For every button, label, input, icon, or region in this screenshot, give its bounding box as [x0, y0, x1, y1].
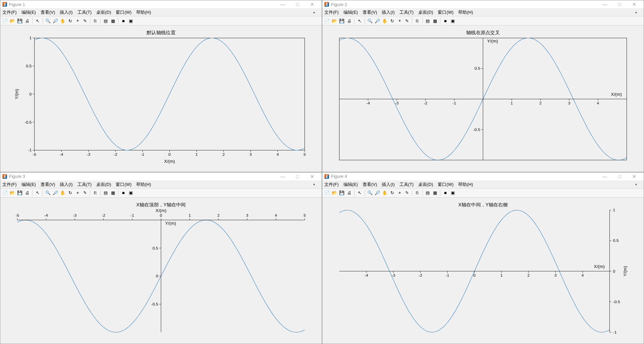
- close-button[interactable]: ✕: [627, 174, 642, 179]
- data-cursor-icon[interactable]: ⌖: [74, 190, 81, 196]
- menu-item[interactable]: 查看(V): [41, 182, 55, 188]
- titlebar[interactable]: Figure 2—□✕: [322, 0, 644, 9]
- open-icon[interactable]: 📂: [331, 17, 338, 24]
- new-icon[interactable]: 📄: [2, 17, 8, 24]
- min-button[interactable]: —: [275, 2, 290, 7]
- figure-canvas[interactable]: 默认轴线位置-5-4-3-2-1012345X/(m)-1-0.500.51Y/…: [0, 25, 322, 172]
- menu-item[interactable]: 工具(T): [399, 182, 414, 188]
- toolbar-dropdown-icon[interactable]: ▾: [313, 11, 315, 14]
- new-icon[interactable]: 📄: [2, 190, 8, 196]
- rotate-icon[interactable]: ↻: [389, 190, 395, 196]
- rotate-icon[interactable]: ↻: [389, 17, 395, 24]
- save-icon[interactable]: 💾: [338, 17, 345, 24]
- insert-colorbar-icon[interactable]: ▤: [102, 190, 109, 196]
- close-button[interactable]: ✕: [305, 2, 320, 7]
- data-cursor-icon[interactable]: ⌖: [74, 17, 81, 24]
- max-button[interactable]: □: [290, 174, 305, 179]
- open-icon[interactable]: 📂: [9, 190, 16, 196]
- zoom-in-icon[interactable]: 🔍: [367, 17, 373, 24]
- menu-item[interactable]: 桌面(D): [418, 182, 433, 188]
- pan-icon[interactable]: ✋: [381, 17, 388, 24]
- hide-tools-icon[interactable]: ■: [120, 17, 127, 24]
- menu-item[interactable]: 查看(V): [363, 182, 377, 188]
- print-icon[interactable]: 🖨: [24, 190, 31, 196]
- insert-colorbar-icon[interactable]: ▤: [424, 17, 431, 24]
- menu-item[interactable]: 帮助(H): [458, 182, 473, 188]
- zoom-out-icon[interactable]: 🔎: [374, 190, 381, 196]
- max-button[interactable]: □: [612, 2, 627, 7]
- open-icon[interactable]: 📂: [9, 17, 16, 24]
- toolbar-dropdown-icon[interactable]: ▾: [635, 11, 637, 14]
- hide-tools-icon[interactable]: ■: [120, 190, 127, 196]
- hide-tools-icon[interactable]: ■: [442, 190, 449, 196]
- menu-item[interactable]: 窗口(W): [116, 182, 131, 188]
- insert-colorbar-icon[interactable]: ▤: [424, 190, 431, 196]
- menu-item[interactable]: 编辑(E): [21, 182, 36, 188]
- titlebar[interactable]: Figure 4—□✕: [322, 173, 644, 181]
- menu-item[interactable]: 桌面(D): [418, 9, 433, 15]
- pointer-icon[interactable]: ↖: [356, 190, 363, 196]
- max-button[interactable]: □: [290, 2, 305, 7]
- insert-legend-icon[interactable]: ▦: [432, 190, 438, 196]
- menu-item[interactable]: 插入(I): [60, 182, 72, 188]
- figure-canvas[interactable]: X轴在中间，Y轴在右侧-4-3-2-101234X/(m)-1-0.500.51…: [322, 198, 644, 344]
- menu-item[interactable]: 插入(I): [60, 9, 72, 15]
- brush-icon[interactable]: ✎: [404, 17, 410, 24]
- menu-item[interactable]: 帮助(H): [458, 9, 473, 15]
- menu-item[interactable]: 工具(T): [399, 9, 414, 15]
- pan-icon[interactable]: ✋: [59, 17, 66, 24]
- dock-icon[interactable]: ▣: [127, 17, 134, 24]
- menu-item[interactable]: 窗口(W): [438, 9, 453, 15]
- save-icon[interactable]: 💾: [338, 190, 345, 196]
- dock-icon[interactable]: ▣: [449, 190, 456, 196]
- pan-icon[interactable]: ✋: [381, 190, 388, 196]
- data-cursor-icon[interactable]: ⌖: [396, 190, 403, 196]
- zoom-out-icon[interactable]: 🔎: [374, 17, 381, 24]
- print-icon[interactable]: 🖨: [346, 190, 353, 196]
- titlebar[interactable]: Figure 1—□✕: [0, 0, 322, 9]
- zoom-out-icon[interactable]: 🔎: [52, 190, 59, 196]
- close-button[interactable]: ✕: [305, 174, 320, 179]
- figure-canvas[interactable]: 轴线在原点交叉-4-3-2-11234X/(m)-0.50.5Y/(m): [322, 25, 644, 172]
- pointer-icon[interactable]: ↖: [356, 17, 363, 24]
- close-button[interactable]: ✕: [627, 2, 642, 7]
- toolbar-dropdown-icon[interactable]: ▾: [313, 183, 315, 186]
- link-icon[interactable]: ⎘: [92, 17, 99, 24]
- brush-icon[interactable]: ✎: [404, 190, 410, 196]
- min-button[interactable]: —: [597, 2, 612, 7]
- zoom-in-icon[interactable]: 🔍: [367, 190, 373, 196]
- new-icon[interactable]: 📄: [324, 190, 330, 196]
- min-button[interactable]: —: [597, 174, 612, 179]
- insert-legend-icon[interactable]: ▦: [110, 190, 116, 196]
- brush-icon[interactable]: ✎: [82, 17, 88, 24]
- dock-icon[interactable]: ▣: [449, 17, 456, 24]
- data-cursor-icon[interactable]: ⌖: [396, 17, 403, 24]
- pointer-icon[interactable]: ↖: [34, 190, 41, 196]
- zoom-out-icon[interactable]: 🔎: [52, 17, 59, 24]
- menu-item[interactable]: 帮助(H): [136, 9, 151, 15]
- titlebar[interactable]: Figure 3—□✕: [0, 173, 322, 181]
- toolbar-dropdown-icon[interactable]: ▾: [635, 183, 637, 186]
- menu-item[interactable]: 窗口(W): [116, 9, 131, 15]
- menu-item[interactable]: 查看(V): [363, 9, 377, 15]
- brush-icon[interactable]: ✎: [82, 190, 88, 196]
- pointer-icon[interactable]: ↖: [34, 17, 41, 24]
- menu-item[interactable]: 编辑(E): [21, 9, 36, 15]
- menu-item[interactable]: 工具(T): [77, 182, 92, 188]
- link-icon[interactable]: ⎘: [92, 190, 99, 196]
- rotate-icon[interactable]: ↻: [67, 190, 73, 196]
- menu-item[interactable]: 插入(I): [382, 9, 394, 15]
- pan-icon[interactable]: ✋: [59, 190, 66, 196]
- zoom-in-icon[interactable]: 🔍: [45, 190, 51, 196]
- insert-legend-icon[interactable]: ▦: [110, 17, 116, 24]
- print-icon[interactable]: 🖨: [24, 17, 31, 24]
- menu-item[interactable]: 文件(F): [324, 182, 339, 188]
- menu-item[interactable]: 桌面(D): [96, 9, 111, 15]
- min-button[interactable]: —: [275, 174, 290, 179]
- menu-item[interactable]: 帮助(H): [136, 182, 151, 188]
- insert-colorbar-icon[interactable]: ▤: [102, 17, 109, 24]
- menu-item[interactable]: 文件(F): [2, 9, 17, 15]
- dock-icon[interactable]: ▣: [127, 190, 134, 196]
- rotate-icon[interactable]: ↻: [67, 17, 73, 24]
- figure-canvas[interactable]: X轴在顶部，Y轴在中间-5-4-3-2-1012345X/(m)-0.500.5…: [0, 198, 322, 344]
